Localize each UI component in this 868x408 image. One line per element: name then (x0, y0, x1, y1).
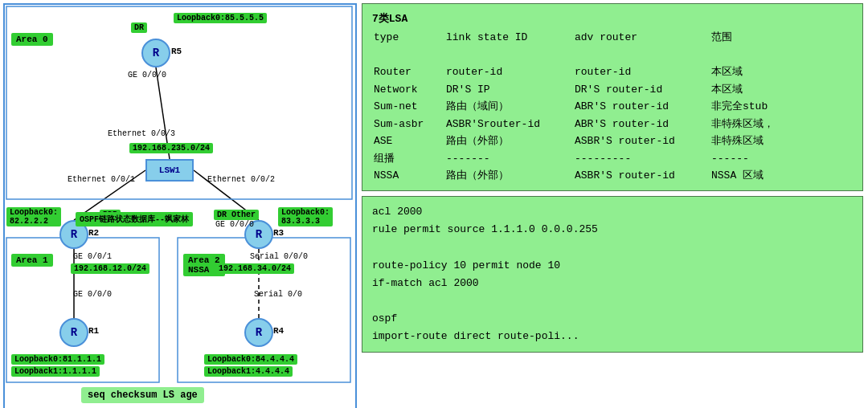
net-235: 192.168.235.0/24 (129, 143, 213, 153)
row-network-type: Network (372, 81, 444, 98)
diagram-svg (5, 5, 355, 408)
r3-label: R3 (273, 228, 284, 238)
row-sumasbr-adv: ABR'S router-id (573, 116, 710, 133)
config-line-4: if-match acl 2000 (372, 275, 853, 292)
row-ase-type: ASE (372, 133, 444, 149)
row-network-adv: DR'S router-id (573, 81, 710, 98)
config-line-6: import-route direct route-poli... (372, 328, 853, 345)
net-34: 192.168.34.0/24 (215, 263, 294, 274)
loopback-r2: Loopback0:82.2.2.2 (6, 207, 61, 226)
row-router-lsid: router-id (444, 63, 573, 80)
row-ase-adv: ASBR'S router-id (573, 133, 710, 149)
header-adv: adv router (573, 29, 710, 46)
row-sumnet-scope: 非完全stub (710, 98, 853, 115)
row-nssa-type: NSSA (372, 167, 444, 184)
router-r5: R (141, 39, 170, 67)
row-multicast-type: 组播 (372, 150, 444, 167)
loopback-r1-1: Loopback1:1.1.1.1 (11, 366, 100, 377)
loopback-r4-0: Loopback0:84.4.4.4 (204, 354, 297, 365)
empty-row-1 (372, 47, 444, 63)
iface-r3-ge: GE 0/0/0 (215, 220, 254, 229)
row-nssa-scope: NSSA 区域 (710, 167, 853, 184)
config-line-blank2 (372, 292, 853, 310)
header-scope: 范围 (710, 29, 853, 46)
row-sumnet-lsid: 路由（域间） (444, 98, 573, 115)
network-diagram-panel: DR R R5 Loopback0:85.5.5.5 GE 0/0/0 Ethe… (3, 3, 357, 408)
row-network-lsid: DR'S IP (444, 81, 573, 98)
loopback-r5: Loopback0:85.5.5.5 (174, 13, 267, 23)
lsa-table-box: 7类LSA type link state ID adv router 范围 R… (362, 3, 863, 191)
config-line-blank1 (372, 239, 853, 257)
r5-label: R5 (171, 47, 182, 56)
dr-label-r5: DR (131, 22, 147, 33)
area1-label: Area 1 (11, 254, 53, 267)
header-type: type (372, 29, 444, 46)
row-sumasbr-type: Sum-asbr (372, 116, 444, 133)
row-router-type: Router (372, 63, 444, 80)
iface-r2-ge00: GE 0/0/0 (73, 290, 112, 299)
router-r1: R (59, 318, 88, 347)
iface-r4-serial: Serial 0/0 (254, 290, 302, 299)
row-sumnet-adv: ABR'S router-id (573, 98, 710, 115)
router-r4: R (244, 318, 273, 347)
loopback-r1-0: Loopback0:81.1.1.1 (11, 354, 104, 365)
row-sumasbr-scope: 非特殊区域， (710, 116, 853, 133)
iface-r5-ge: GE 0/0/0 (128, 71, 166, 80)
row-network-scope: 本区域 (710, 81, 853, 98)
main-container: DR R R5 Loopback0:85.5.5.5 GE 0/0/0 Ethe… (0, 0, 868, 408)
loopback-r3: Loopback0:83.3.3.3 (278, 207, 333, 226)
lsa-title: 7类LSA (372, 10, 853, 27)
header-lsid: link state ID (444, 29, 573, 46)
row-ase-lsid: 路由（外部） (444, 133, 573, 149)
r1-label: R1 (88, 326, 99, 336)
row-nssa-adv: ASBR'S router-id (573, 167, 710, 184)
row-multicast-adv: --------- (573, 150, 710, 167)
dr-other-label: DR Other (214, 210, 259, 220)
config-line-3: route-policy 10 permit node 10 (372, 257, 853, 275)
net-12: 192.168.12.0/24 (71, 263, 149, 274)
row-multicast-scope: ------ (710, 150, 853, 167)
row-router-adv: router-id (573, 63, 710, 80)
loopback-r4-1: Loopback1:4.4.4.4 (204, 366, 293, 377)
row-sumnet-type: Sum-net (372, 98, 444, 115)
iface-eth002: Ethernet 0/0/2 (207, 175, 275, 184)
row-nssa-lsid: 路由（外部） (444, 167, 573, 184)
diagram: DR R R5 Loopback0:85.5.5.5 GE 0/0/0 Ethe… (5, 5, 355, 408)
seq-label: seq checksum LS age (81, 387, 204, 403)
config-line-2: rule permit source 1.1.1.0 0.0.0.255 (372, 221, 853, 239)
config-box: acl 2000 rule permit source 1.1.1.0 0.0.… (362, 196, 863, 353)
switch-lsw1: LSW1 (145, 159, 194, 182)
ospf-banner: OSPF链路状态数据库--飒家林 (76, 212, 193, 226)
r2-label: R2 (88, 228, 99, 238)
row-router-scope: 本区域 (710, 63, 853, 80)
iface-eth001: Ethernet 0/0/1 (68, 175, 135, 184)
lsa-table: type link state ID adv router 范围 Router … (372, 29, 853, 184)
config-line-5: ospf (372, 310, 853, 328)
iface-eth003: Ethernet 0/0/3 (108, 129, 175, 138)
row-multicast-lsid: ------- (444, 150, 573, 167)
right-panel: 7类LSA type link state ID adv router 范围 R… (360, 0, 868, 408)
row-sumasbr-lsid: ASBR'Srouter-id (444, 116, 573, 133)
area0-label: Area 0 (11, 33, 53, 46)
row-ase-scope: 非特殊区域 (710, 133, 853, 149)
iface-r2-ge01: GE 0/0/1 (73, 252, 112, 261)
config-line-1: acl 2000 (372, 203, 853, 221)
iface-r3-serial: Serial 0/0/0 (250, 252, 308, 261)
r4-label: R4 (273, 326, 284, 336)
